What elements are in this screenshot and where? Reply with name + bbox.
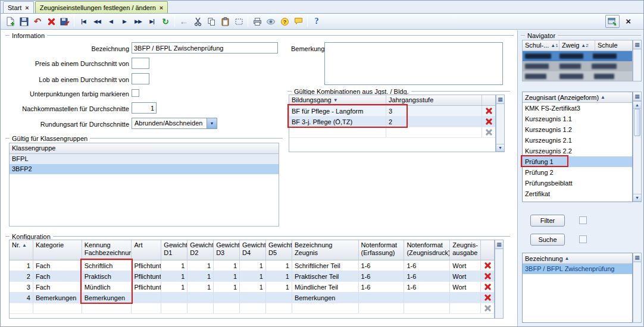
bezeichnung-item-selected[interactable]: 3BFP / BFPL Zwischenprüfung (523, 264, 632, 274)
school-row[interactable] (523, 61, 632, 71)
nav-prev-fast-button[interactable]: ◀◀ (90, 15, 104, 28)
zeugnisart-item[interactable]: Kurszeugnis 2.1 (523, 135, 632, 146)
config-row[interactable]: 3 Fach Mündlich Pflichtunt 1 1 1 1 1 Mün… (10, 282, 494, 293)
lob-input[interactable] (132, 73, 149, 84)
paste-button[interactable] (218, 15, 232, 28)
scroll-down-button[interactable]: ▼ (496, 144, 504, 152)
delete-row-button[interactable] (481, 271, 494, 281)
zeugnisart-item[interactable]: Prüfungsbeiblatt (523, 178, 632, 188)
field-chooser-button[interactable]: ▦ (633, 40, 641, 49)
bemerkung-textarea[interactable] (324, 42, 503, 85)
delete-button[interactable] (45, 15, 58, 28)
nav-last-button[interactable]: ▶| (145, 15, 158, 28)
hint-button[interactable]: ? (278, 15, 291, 28)
column-header-kennung[interactable]: Kennung Fachbezeichnung (82, 240, 132, 260)
column-header-gewicht-d2[interactable]: Gewicht D2 (187, 240, 214, 260)
preview-button[interactable] (264, 15, 277, 28)
field-chooser-button[interactable]: ▦ (633, 253, 641, 262)
preis-input[interactable] (132, 58, 149, 69)
scroll-track[interactable] (633, 262, 641, 322)
cut-button[interactable] (191, 15, 204, 28)
config-row[interactable]: 1 Fach Schriftlich Pflichtunt 1 1 1 1 1 … (10, 260, 494, 271)
help-button[interactable]: ? (310, 15, 323, 28)
column-header-bildungsgang[interactable]: Bildungsgang ▼ (289, 95, 386, 105)
copy-button[interactable] (205, 15, 218, 28)
scroll-thumb[interactable] (634, 109, 640, 136)
column-header-notenformat-zeugnisdruck[interactable]: Notenformat (Zeugnisdruck) (404, 240, 450, 260)
tab-close-icon[interactable]: × (25, 5, 29, 11)
nav-first-button[interactable]: |◀ (77, 15, 90, 28)
zeugnisart-item[interactable]: Zertifikat (523, 188, 632, 199)
scroll-track[interactable] (495, 249, 503, 318)
chevron-down-icon[interactable]: ▼ (207, 118, 217, 128)
new-record-button[interactable] (4, 15, 17, 28)
config-row[interactable]: 2 Fach Praktisch Pflichtunt 1 1 1 1 1 Pr… (10, 271, 494, 282)
scroll-down-button[interactable]: ▼ (633, 194, 641, 202)
zeugnisart-item[interactable]: Prüfung 2 (523, 167, 632, 178)
tab-zeugniseinstellungen[interactable]: Zeugniseinstellungen festlegen / ändern … (35, 1, 168, 13)
zeugnisart-header[interactable]: Zeugnisart (Anzeigeform) ▲ (523, 92, 632, 103)
column-header-gewicht-d5[interactable]: Gewicht D5 (266, 240, 292, 260)
scroll-track[interactable] (633, 109, 641, 194)
delete-row-button[interactable] (482, 117, 495, 127)
back-button[interactable]: ← (177, 15, 190, 28)
klassengruppe-row-selected[interactable]: 3BFP2 (10, 164, 279, 174)
column-header-schulname[interactable]: Schul-... ▲1 (523, 40, 559, 51)
field-chooser-button[interactable]: ▦ (633, 92, 641, 101)
rundungsart-select[interactable]: Abrunden/Abschneiden ▼ (132, 118, 217, 129)
column-header-zeugnisausgabe[interactable]: Zeugnis- ausgabe (450, 240, 481, 260)
delete-row-button[interactable] (482, 106, 495, 116)
scroll-track[interactable] (496, 104, 504, 144)
delete-row-button[interactable] (481, 260, 494, 271)
column-header-gewicht-d4[interactable]: Gewicht D4 (240, 240, 266, 260)
filter-checkbox[interactable] (579, 216, 587, 224)
unterpunktungen-checkbox[interactable] (132, 89, 139, 97)
refresh-button[interactable]: ↻ (159, 15, 172, 28)
column-header-gewicht-d3[interactable]: Gewicht D3 (214, 240, 240, 260)
undo-button[interactable]: ↶ (31, 15, 44, 28)
column-header-nr[interactable]: Nr. ▲ (10, 240, 33, 260)
delete-row-button[interactable] (481, 293, 494, 303)
scroll-track[interactable] (633, 49, 641, 81)
zeugnisart-item[interactable]: Kurszeugnis 1.1 (523, 114, 632, 124)
column-header-klassengruppe[interactable]: Klassengruppe (10, 143, 279, 153)
tab-close-icon[interactable]: × (160, 5, 163, 11)
paste-special-button[interactable] (232, 15, 245, 28)
config-row-empty[interactable] (10, 303, 494, 314)
print-button[interactable] (251, 15, 264, 28)
klassengruppe-row[interactable]: BFPL (10, 154, 279, 164)
feedback-button[interactable] (292, 15, 305, 28)
scroll-up-button[interactable]: ▲ (633, 101, 641, 109)
bezeichnung-input[interactable] (132, 42, 278, 54)
suche-checkbox[interactable] (579, 235, 587, 243)
column-header-gewicht-d1[interactable]: Gewicht D1 (161, 240, 187, 260)
config-row[interactable]: 4 Bemerkungen Bemerkungen Bemerkungen (10, 293, 494, 303)
nav-prev-button[interactable]: ◀ (104, 15, 117, 28)
zeugnisart-item[interactable]: Kurszeugnis 1.2 (523, 124, 632, 135)
kombination-row[interactable]: BF 3-j. Pflege (Ö,TZ) 2 (289, 117, 495, 127)
column-header-art[interactable]: Art (132, 240, 161, 260)
nav-next-fast-button[interactable]: ▶▶ (132, 15, 145, 28)
field-chooser-button[interactable]: ▦ (496, 95, 504, 104)
delete-row-button[interactable] (481, 282, 494, 292)
nachkommastellen-input[interactable] (132, 102, 157, 114)
save-edit-button[interactable] (58, 15, 71, 28)
column-header-kategorie[interactable]: Kategorie (33, 240, 82, 260)
zeugnisart-item-selected[interactable]: Prüfung 1 (523, 156, 632, 167)
field-chooser-button[interactable]: ▦ (495, 240, 503, 249)
nav-next-button[interactable]: ▶ (118, 15, 131, 28)
bezeichnung-header[interactable]: Bezeichnung ▲ (523, 253, 632, 264)
zeugnisart-item[interactable]: Kurszeugnis 2.2 (523, 146, 632, 156)
toolbar-close-button[interactable]: × (626, 18, 631, 25)
kombination-row-empty[interactable] (289, 127, 495, 138)
suche-button[interactable]: Suche (530, 234, 565, 246)
column-header-jahrgangsstufe[interactable]: Jahrgangsstufe (386, 95, 482, 105)
column-header-zweig[interactable]: Zweig ▲2 (559, 40, 595, 51)
column-header-schule[interactable]: Schule (595, 40, 632, 51)
column-header-bezeichnung-zeugnis[interactable]: Bezeichnung Zeugnis (292, 240, 359, 260)
tab-start[interactable]: Start × (3, 1, 34, 13)
school-row-selected[interactable] (523, 51, 632, 61)
zeugnisart-item[interactable]: KMK FS-Zertifikat3 (523, 103, 632, 114)
column-header-notenformat-erfassung[interactable]: Notenformat (Erfassung) (359, 240, 405, 260)
school-row[interactable] (523, 71, 632, 81)
